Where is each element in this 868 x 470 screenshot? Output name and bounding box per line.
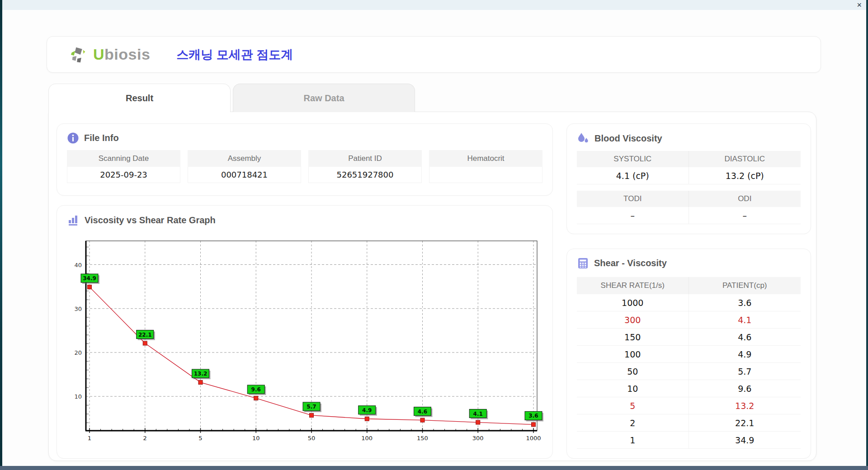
- svg-text:20: 20: [74, 349, 82, 356]
- panel-title-text: Viscosity vs Shear Rate Graph: [85, 215, 216, 226]
- tab-bar: Result Raw Data: [48, 84, 415, 112]
- file-info-title: File Info: [67, 132, 119, 144]
- panel-title-text: Shear - Viscosity: [594, 258, 667, 268]
- panel-title-text: File Info: [84, 133, 119, 143]
- field-value: 52651927800: [308, 167, 422, 183]
- file-info-panel: File Info Scanning Date2025-09-23Assembl…: [57, 123, 553, 196]
- shear-table-header: SHEAR RATE(1/s) PATIENT(cp): [577, 277, 801, 294]
- tab-result[interactable]: Result: [48, 84, 231, 112]
- svg-text:3.6: 3.6: [528, 413, 538, 419]
- bottom-edge-decoration: [0, 466, 868, 470]
- svg-text:13.2: 13.2: [194, 371, 208, 377]
- shear-rate-cell: 5: [577, 397, 689, 414]
- svg-text:150: 150: [417, 435, 428, 442]
- bv-header-odi: ODI: [689, 191, 801, 207]
- table-row: 109.6: [577, 380, 801, 397]
- brand-rest: biosis: [104, 46, 150, 63]
- svg-text:40: 40: [74, 262, 82, 268]
- app-header: Ubiosis 스캐닝 모세관 점도계: [47, 36, 821, 73]
- field-value: 000718421: [188, 167, 301, 183]
- svg-text:22.1: 22.1: [138, 332, 152, 338]
- patient-cell: 3.6: [689, 294, 801, 311]
- graph-panel: Viscosity vs Shear Rate Graph 1020304012…: [57, 205, 553, 459]
- patient-cell: 22.1: [689, 414, 801, 432]
- tab-raw-data[interactable]: Raw Data: [233, 84, 415, 112]
- bv-value-odi: –: [689, 207, 801, 224]
- right-edge-decoration: [866, 0, 868, 470]
- bv-header-row-2: TODI ODI: [577, 191, 801, 207]
- panel-title-text: Blood Viscosity: [594, 133, 662, 144]
- svg-text:5: 5: [198, 435, 202, 442]
- file-info-field: Hematocrit: [429, 150, 542, 183]
- bv-value-systolic: 4.1 (cP): [577, 167, 689, 184]
- brand-text: Ubiosis: [93, 46, 150, 63]
- table-row: 505.7: [577, 363, 801, 380]
- svg-text:30: 30: [74, 306, 82, 312]
- app-title-korean: 스캐닝 모세관 점도계: [176, 47, 293, 63]
- file-info-field: Scanning Date2025-09-23: [67, 150, 180, 183]
- shear-rate-cell: 1: [577, 432, 689, 449]
- info-icon: [67, 132, 79, 144]
- patient-cell: 13.2: [689, 397, 801, 414]
- result-content: File Info Scanning Date2025-09-23Assembl…: [48, 112, 816, 461]
- bv-header-row-1: SYSTOLIC DIASTOLIC: [577, 151, 801, 167]
- patient-cell: 4.1: [689, 311, 801, 329]
- svg-text:4.6: 4.6: [418, 409, 427, 415]
- svg-text:50: 50: [308, 435, 316, 442]
- patient-cell: 34.9: [689, 432, 801, 449]
- bar-chart-icon: [67, 214, 80, 226]
- graph-title: Viscosity vs Shear Rate Graph: [67, 214, 216, 226]
- table-row: 513.2: [577, 397, 801, 414]
- ubiosis-logo: Ubiosis: [69, 44, 150, 65]
- shear-rate-cell: 2: [577, 414, 689, 432]
- bv-header-todi: TODI: [577, 191, 689, 207]
- file-info-field: Patient ID52651927800: [308, 150, 422, 183]
- ubiosis-logo-icon: [69, 44, 90, 65]
- close-icon[interactable]: ×: [857, 0, 862, 9]
- svg-text:100: 100: [361, 435, 373, 442]
- svg-text:4.9: 4.9: [362, 407, 372, 414]
- file-info-grid: Scanning Date2025-09-23Assembly000718421…: [67, 150, 542, 183]
- blood-viscosity-title: Blood Viscosity: [577, 132, 662, 145]
- bv-header-systolic: SYSTOLIC: [577, 151, 689, 167]
- brand-letter-u: U: [93, 46, 104, 63]
- droplets-icon: [577, 132, 590, 145]
- table-row: 10003.6: [577, 294, 801, 311]
- blood-viscosity-table: SYSTOLIC DIASTOLIC 4.1 (cP) 13.2 (cP) TO…: [577, 151, 801, 224]
- table-row: 134.9: [577, 432, 801, 449]
- bv-value-row-1: 4.1 (cP) 13.2 (cP): [577, 167, 801, 184]
- viscosity-chart-svg: 102030401251050100150300100034.922.113.2…: [69, 231, 543, 451]
- shear-table-body: 10003.63004.11504.61004.9505.7109.6513.2…: [577, 294, 801, 449]
- shear-table: SHEAR RATE(1/s) PATIENT(cp) 10003.63004.…: [577, 277, 801, 449]
- shear-rate-cell: 150: [577, 329, 689, 346]
- table-row: 3004.1: [577, 311, 801, 329]
- shear-viscosity-panel: Shear - Viscosity SHEAR RATE(1/s) PATIEN…: [566, 249, 811, 459]
- field-label: Assembly: [188, 150, 301, 167]
- shear-viscosity-title: Shear - Viscosity: [577, 257, 667, 269]
- shear-rate-header: SHEAR RATE(1/s): [577, 277, 689, 294]
- patient-cell: 5.7: [689, 363, 801, 380]
- shear-rate-cell: 100: [577, 346, 689, 363]
- app-window: × Ubiosis 스캐닝 모세관 점도계 Result Raw Data: [0, 0, 868, 470]
- field-value: 2025-09-23: [67, 167, 180, 183]
- table-row: 222.1: [577, 414, 801, 432]
- svg-text:5.7: 5.7: [307, 404, 316, 410]
- field-value: [429, 167, 542, 183]
- bv-header-diastolic: DIASTOLIC: [689, 151, 801, 167]
- bv-value-todi: –: [577, 207, 689, 224]
- svg-text:2: 2: [143, 435, 147, 442]
- window-title-bar: ×: [0, 0, 868, 10]
- patient-cell: 4.9: [689, 346, 801, 363]
- left-edge-decoration: [0, 0, 2, 470]
- table-row: 1504.6: [577, 329, 801, 346]
- patient-cell: 4.6: [689, 329, 801, 346]
- file-info-field: Assembly000718421: [188, 150, 301, 183]
- patient-header: PATIENT(cp): [689, 277, 801, 294]
- svg-text:10: 10: [74, 393, 82, 400]
- field-label: Hematocrit: [429, 150, 542, 167]
- svg-text:1: 1: [88, 435, 91, 442]
- patient-cell: 9.6: [689, 380, 801, 397]
- svg-text:34.9: 34.9: [83, 275, 96, 282]
- table-row: 1004.9: [577, 346, 801, 363]
- blood-viscosity-panel: Blood Viscosity SYSTOLIC DIASTOLIC 4.1 (…: [566, 123, 811, 234]
